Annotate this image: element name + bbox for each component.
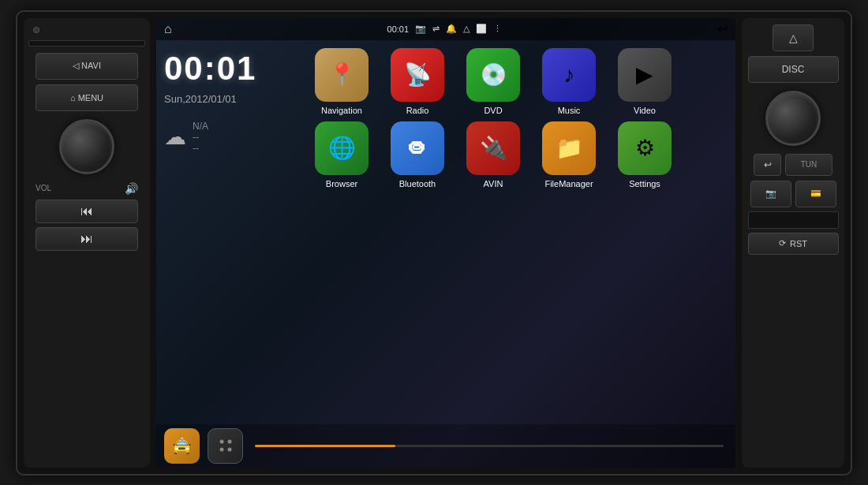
app-dvd[interactable]: 💿 DVD: [458, 48, 529, 115]
status-center: 00:01 📷 ⇌ 🔔 △ ⬜ ⋮: [387, 24, 503, 34]
weather-widget: ☁ N/A -- --: [164, 121, 294, 154]
app-nav-icon: 📍: [315, 48, 369, 102]
card-buttons: 📷 💳: [750, 181, 836, 207]
cloud-icon: ☁: [164, 124, 186, 150]
head-unit: ◁ NAVI ⌂ MENU VOL 🔊 ⏮ ⏭ ⌂ 00:01 📷 ⇌ 🔔: [16, 10, 852, 476]
app-settings-label: Settings: [629, 179, 660, 188]
tun-button[interactable]: TUN: [785, 154, 832, 176]
sd-slot: [748, 211, 839, 229]
svg-point-3: [227, 448, 231, 452]
app-music[interactable]: ♪ Music: [533, 48, 604, 115]
home-icon[interactable]: ⌂: [164, 22, 172, 36]
center-screen: ⌂ 00:01 📷 ⇌ 🔔 △ ⬜ ⋮ ↩ 00:01 Sun,2012/01/…: [156, 18, 735, 468]
camera-led: [33, 27, 39, 33]
weather-line3: --: [193, 143, 208, 154]
app-filemanager[interactable]: 📁 FileManager: [533, 121, 604, 188]
info-panel: 00:01 Sun,2012/01/01 ☁ N/A -- --: [156, 40, 302, 424]
app-browser-icon: 🌐: [315, 121, 369, 175]
dock-grid-icon[interactable]: [208, 428, 243, 464]
app-radio-label: Radio: [406, 106, 429, 115]
app-bluetooth-icon: ⭖: [391, 121, 444, 175]
dock-progress-bar: [255, 445, 724, 447]
app-filemanager-label: FileManager: [544, 179, 593, 188]
right-bottom-section: 📷 💳 ⟳ RST: [746, 181, 840, 255]
apps-row-2: 🌐 Browser ⭖ Bluetooth 🔌 AVIN 📁: [306, 121, 731, 188]
dock-taxi-icon[interactable]: 🚖: [164, 428, 200, 464]
apps-area: 📍 Navigation 📡 Radio 💿 DVD ♪: [302, 40, 735, 424]
weather-line2: --: [193, 132, 208, 143]
app-avin[interactable]: 🔌 AVIN: [458, 121, 529, 188]
weather-info: N/A -- --: [193, 121, 208, 154]
app-music-label: Music: [558, 106, 581, 115]
app-video-icon: ▶: [618, 48, 672, 102]
app-video[interactable]: ▶ Video: [609, 48, 680, 115]
app-bluetooth-label: Bluetooth: [399, 179, 436, 188]
disc-button[interactable]: DISC: [748, 56, 839, 83]
right-panel: △ DISC ↩ TUN 📷 💳 ⟳ RST: [742, 18, 844, 468]
eject-button[interactable]: △: [773, 24, 814, 51]
app-dvd-label: DVD: [484, 106, 502, 115]
next-button[interactable]: ⏭: [36, 227, 138, 251]
back-button[interactable]: ↩: [754, 154, 781, 176]
app-browser-label: Browser: [326, 179, 357, 188]
svg-point-0: [219, 440, 223, 444]
right-mid-buttons: ↩ TUN: [746, 154, 840, 176]
apps-row-1: 📍 Navigation 📡 Radio 💿 DVD ♪: [306, 48, 731, 115]
clock-display: 00:01: [164, 52, 294, 85]
screen-inner: ⌂ 00:01 📷 ⇌ 🔔 △ ⬜ ⋮ ↩ 00:01 Sun,2012/01/…: [156, 18, 735, 468]
left-panel: ◁ NAVI ⌂ MENU VOL 🔊 ⏮ ⏭: [24, 18, 150, 468]
top-slot: [28, 40, 145, 47]
rst-icon: ⟳: [779, 238, 786, 248]
app-radio[interactable]: 📡 Radio: [382, 48, 453, 115]
prev-button[interactable]: ⏮: [36, 200, 138, 223]
sd-button[interactable]: 💳: [795, 181, 836, 207]
menu-button[interactable]: ⌂ MENU: [36, 84, 138, 111]
app-settings-icon: ⚙: [618, 121, 672, 175]
status-icon-triangle: △: [463, 24, 470, 34]
app-video-label: Video: [634, 106, 656, 115]
volume-knob[interactable]: [59, 119, 114, 174]
camera-button[interactable]: 📷: [750, 181, 791, 207]
app-avin-icon: 🔌: [466, 121, 520, 175]
app-radio-icon: 📡: [391, 48, 444, 102]
rst-button[interactable]: ⟳ RST: [748, 233, 839, 255]
svg-point-2: [219, 448, 223, 452]
vol-label: VOL: [36, 184, 51, 192]
main-content: 00:01 Sun,2012/01/01 ☁ N/A -- --: [156, 40, 735, 424]
app-dvd-icon: 💿: [466, 48, 520, 102]
date-display: Sun,2012/01/01: [164, 93, 294, 105]
app-browser[interactable]: 🌐 Browser: [306, 121, 377, 188]
bottom-dock: 🚖: [156, 424, 735, 468]
status-icon-square: ⬜: [476, 24, 487, 34]
status-icon-transfer: ⇌: [432, 24, 440, 34]
svg-point-1: [227, 440, 231, 444]
speaker-icon: 🔊: [125, 182, 138, 195]
app-avin-label: AVIN: [484, 179, 503, 188]
navi-button[interactable]: ◁ NAVI: [36, 53, 138, 80]
status-time: 00:01: [387, 24, 410, 34]
status-icon-menu: ⋮: [493, 24, 502, 34]
app-filemanager-icon: 📁: [542, 121, 596, 175]
app-settings[interactable]: ⚙ Settings: [609, 121, 680, 188]
status-bar: ⌂ 00:01 📷 ⇌ 🔔 △ ⬜ ⋮ ↩: [156, 18, 735, 40]
status-icon-bell: 🔔: [446, 24, 457, 34]
tune-knob[interactable]: [765, 91, 821, 146]
status-back-icon[interactable]: ↩: [717, 21, 728, 36]
app-bluetooth[interactable]: ⭖ Bluetooth: [382, 121, 453, 188]
right-top-buttons: △: [746, 24, 840, 51]
weather-temp: N/A: [193, 121, 208, 132]
app-navigation[interactable]: 📍 Navigation: [306, 48, 377, 115]
app-nav-label: Navigation: [321, 106, 362, 115]
status-icon-camera: 📷: [415, 24, 426, 34]
app-music-icon: ♪: [542, 48, 596, 102]
dock-progress-fill: [255, 445, 395, 447]
rst-label: RST: [790, 239, 807, 248]
